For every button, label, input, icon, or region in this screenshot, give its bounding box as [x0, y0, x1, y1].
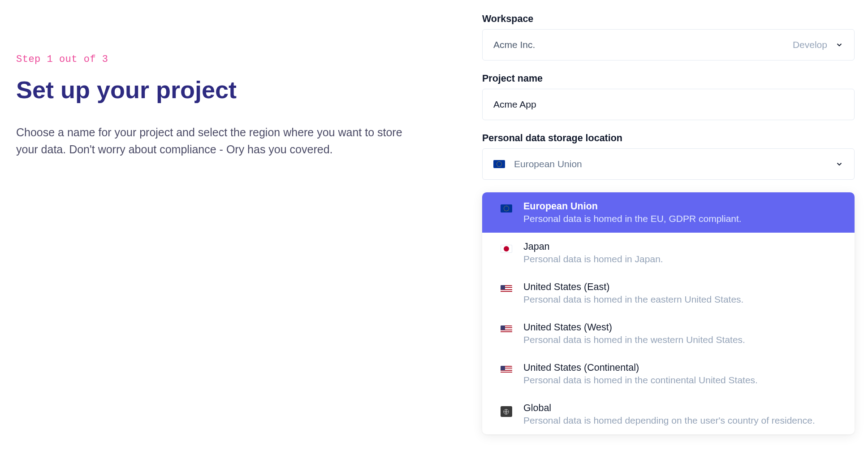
setup-intro: Step 1 out of 3 Set up your project Choo…: [0, 13, 469, 451]
location-option[interactable]: GlobalPersonal data is homed depending o…: [482, 394, 855, 434]
location-option-description: Personal data is homed depending on the …: [523, 415, 844, 426]
location-option[interactable]: United States (East)Personal data is hom…: [482, 273, 855, 313]
us-flag-icon: [501, 366, 512, 374]
project-name-input[interactable]: [482, 89, 855, 120]
location-option-title: United States (West): [523, 322, 844, 333]
location-option[interactable]: United States (West)Personal data is hom…: [482, 313, 855, 354]
workspace-label: Workspace: [482, 13, 855, 25]
globe-icon: [501, 406, 512, 417]
project-name-label: Project name: [482, 73, 855, 84]
location-option-title: Global: [523, 403, 844, 414]
location-option-description: Personal data is homed in the EU, GDPR c…: [523, 213, 844, 224]
page-heading: Set up your project: [16, 76, 455, 104]
chevron-down-icon: [835, 160, 843, 168]
location-option-title: Japan: [523, 241, 844, 252]
location-select[interactable]: European Union: [482, 148, 855, 180]
eu-flag-icon: [501, 204, 512, 212]
setup-form: Workspace Acme Inc. Develop Project name…: [469, 13, 868, 451]
location-dropdown: European UnionPersonal data is homed in …: [482, 192, 855, 434]
location-option-description: Personal data is homed in the western Un…: [523, 334, 844, 345]
location-option[interactable]: European UnionPersonal data is homed in …: [482, 192, 855, 233]
page-description: Choose a name for your project and selec…: [16, 124, 406, 158]
workspace-plan-badge: Develop: [793, 39, 827, 50]
location-option-title: United States (East): [523, 282, 844, 293]
jp-flag-icon: [501, 245, 512, 253]
location-option-title: United States (Continental): [523, 362, 844, 373]
step-label: Step 1 out of 3: [16, 54, 455, 65]
workspace-selected-value: Acme Inc.: [493, 39, 535, 50]
location-option-description: Personal data is homed in Japan.: [523, 254, 844, 265]
location-option-title: European Union: [523, 201, 844, 212]
location-option-description: Personal data is homed in the eastern Un…: [523, 294, 844, 305]
workspace-select[interactable]: Acme Inc. Develop: [482, 29, 855, 61]
us-flag-icon: [501, 285, 512, 293]
eu-flag-icon: [493, 160, 505, 168]
us-flag-icon: [501, 325, 512, 334]
location-option-description: Personal data is homed in the continenta…: [523, 375, 844, 386]
location-option[interactable]: JapanPersonal data is homed in Japan.: [482, 233, 855, 273]
location-option[interactable]: United States (Continental)Personal data…: [482, 354, 855, 394]
chevron-down-icon: [835, 41, 843, 49]
location-label: Personal data storage location: [482, 133, 855, 144]
location-selected-value: European Union: [514, 159, 582, 169]
